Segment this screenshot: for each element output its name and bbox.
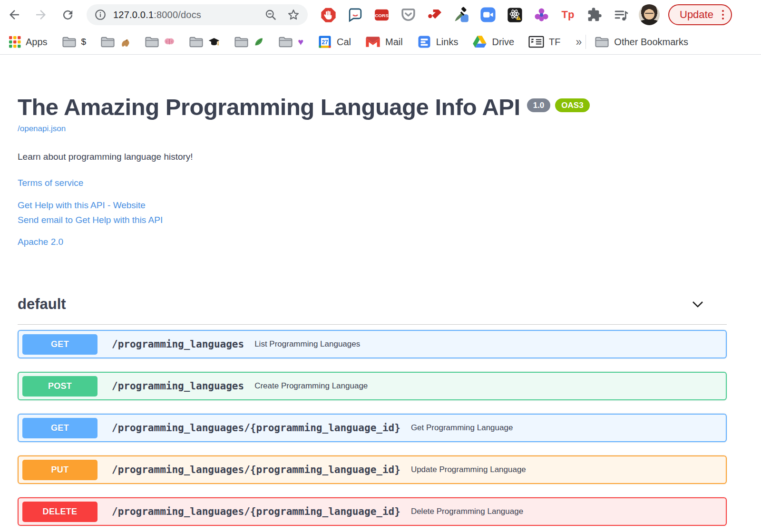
puzzle-extension-icon[interactable] <box>586 7 603 23</box>
profile-avatar[interactable] <box>639 4 660 25</box>
bookmark-other-bookmarks[interactable]: Other Bookmarks <box>595 36 688 48</box>
suffix-carousel-horse-icon <box>120 37 130 47</box>
back-arrow-icon[interactable] <box>7 7 22 22</box>
bookmark-mail[interactable]: Mail <box>365 36 403 48</box>
bookmark-cal[interactable]: 27Cal <box>318 35 351 49</box>
bookmark-label: Apps <box>26 37 48 48</box>
method-badge-get: GET <box>22 418 98 438</box>
openapi-json-link[interactable]: /openapi.json <box>18 124 66 134</box>
update-label: Update <box>680 9 713 21</box>
address-bar[interactable]: 127.0.0.1:8000/docs <box>87 4 308 25</box>
chat-bubble-extension-icon[interactable] <box>347 7 363 23</box>
bookmark-label: Cal <box>337 37 351 48</box>
bookmarks-separator <box>585 35 586 49</box>
links-doc-icon <box>417 35 431 49</box>
svg-text:CORS: CORS <box>375 13 389 18</box>
operation-path: /programming_languages/{programming_lang… <box>112 464 400 475</box>
operation-row-put[interactable]: PUT/programming_languages/{programming_l… <box>18 455 727 484</box>
method-badge-post: POST <box>22 376 98 397</box>
bookmark-dollar-folder[interactable]: $ <box>62 36 87 48</box>
section-title: default <box>18 296 66 313</box>
oas3-badge: OAS3 <box>555 98 589 112</box>
method-badge-put: PUT <box>22 460 98 480</box>
folder-icon <box>234 36 249 48</box>
bookmark-carousel-horse-folder[interactable] <box>100 36 130 48</box>
apps-grid-icon <box>9 36 21 48</box>
url-text[interactable]: 127.0.0.1:8000/docs <box>113 10 264 20</box>
suffix-brain-icon <box>164 37 175 47</box>
swagger-page: The Amazing Programming Language Info AP… <box>0 94 727 526</box>
bookmark-links[interactable]: Links <box>417 35 459 49</box>
info-icon[interactable] <box>94 9 107 21</box>
operation-summary: Delete Programming Language <box>411 507 523 516</box>
react-devtools-extension-icon[interactable] <box>507 7 523 23</box>
operation-summary: Get Programming Language <box>411 423 513 433</box>
method-badge-get: GET <box>22 334 98 355</box>
get-help-email-link[interactable]: Send email to Get Help with this API <box>18 215 163 225</box>
bookmark-label: Links <box>436 37 459 48</box>
browser-toolbar: 127.0.0.1:8000/docs CORSTp Update <box>0 0 761 29</box>
drive-icon <box>472 35 487 48</box>
bookmark-graduation-cap-folder[interactable] <box>189 36 220 48</box>
star-icon[interactable] <box>287 8 300 21</box>
red-arrow-extension-icon[interactable] <box>427 7 443 23</box>
suffix-graduation-cap-icon <box>208 37 220 47</box>
update-button[interactable]: Update <box>668 4 732 25</box>
operations-list: GET/programming_languagesList Programmin… <box>18 330 727 526</box>
adblock-extension-icon[interactable] <box>320 7 336 23</box>
operation-summary: Update Programming Language <box>411 465 526 474</box>
folder-icon <box>595 36 609 48</box>
operation-row-get[interactable]: GET/programming_languages/{programming_l… <box>18 414 727 442</box>
section-header-default[interactable]: default <box>18 296 727 325</box>
bookmarks-bar: Apps$♥27CalMailLinksDriveTF » Other Book… <box>0 29 761 55</box>
operation-path: /programming_languages/{programming_lang… <box>112 506 400 517</box>
method-badge-delete: DELETE <box>22 502 98 522</box>
gmail-icon <box>365 36 380 48</box>
operation-path: /programming_languages <box>112 339 244 350</box>
zoom-video-extension-icon[interactable] <box>480 7 496 23</box>
folder-icon <box>145 36 159 48</box>
tp-extension-label: Tp <box>562 9 575 21</box>
purple-flower-extension-icon[interactable] <box>533 7 549 23</box>
bookmark-label: Mail <box>385 37 403 48</box>
suffix-herb-icon <box>254 37 264 47</box>
terms-of-service-link[interactable]: Terms of service <box>18 178 83 188</box>
operation-row-delete[interactable]: DELETE/programming_languages/{programmin… <box>18 497 727 526</box>
eyedropper-extension-icon[interactable] <box>453 7 469 23</box>
forward-arrow-icon[interactable] <box>33 7 49 22</box>
reload-icon[interactable] <box>60 7 75 22</box>
bookmark-drive[interactable]: Drive <box>472 35 514 48</box>
bookmark-label: Drive <box>492 37 514 48</box>
api-description: Learn about programming language history… <box>18 152 727 162</box>
folder-icon <box>100 36 115 48</box>
operation-path: /programming_languages/{programming_lang… <box>112 422 400 434</box>
dollar-icon: $ <box>81 37 87 47</box>
cors-extension-icon[interactable]: CORS <box>373 7 390 23</box>
bookmark-label: Other Bookmarks <box>614 37 688 48</box>
bookmark-purple-heart-folder[interactable]: ♥ <box>278 36 303 48</box>
folder-icon <box>62 36 77 48</box>
playlist-music-extension-icon[interactable] <box>613 7 629 23</box>
zoom-out-icon[interactable] <box>264 9 277 21</box>
pocket-shield-extension-icon[interactable] <box>400 7 416 23</box>
bookmark-tf[interactable]: TF <box>528 35 560 48</box>
bookmark-apps[interactable]: Apps <box>9 36 48 48</box>
version-badge: 1.0 <box>527 98 551 112</box>
purple-heart-icon: ♥ <box>298 37 303 48</box>
tp-extension-icon[interactable]: Tp <box>560 7 576 23</box>
bookmark-herb-folder[interactable] <box>234 36 264 48</box>
operation-summary: Create Programming Language <box>254 381 368 391</box>
bookmark-label: TF <box>549 37 560 48</box>
contact-card-icon <box>528 35 544 48</box>
bookmark-brain-folder[interactable] <box>145 36 175 48</box>
operation-row-get[interactable]: GET/programming_languagesList Programmin… <box>18 330 727 358</box>
get-help-website-link[interactable]: Get Help with this API - Website <box>18 200 146 211</box>
svg-text:27: 27 <box>322 39 328 46</box>
folder-icon <box>189 36 204 48</box>
extensions-row: CORSTp <box>320 7 629 23</box>
chevron-down-icon[interactable] <box>690 299 705 310</box>
bookmarks-overflow-icon[interactable]: » <box>576 36 582 48</box>
license-link[interactable]: Apache 2.0 <box>18 237 63 247</box>
operation-row-post[interactable]: POST/programming_languagesCreate Program… <box>18 372 727 400</box>
browser-menu-icon[interactable] <box>722 10 724 20</box>
